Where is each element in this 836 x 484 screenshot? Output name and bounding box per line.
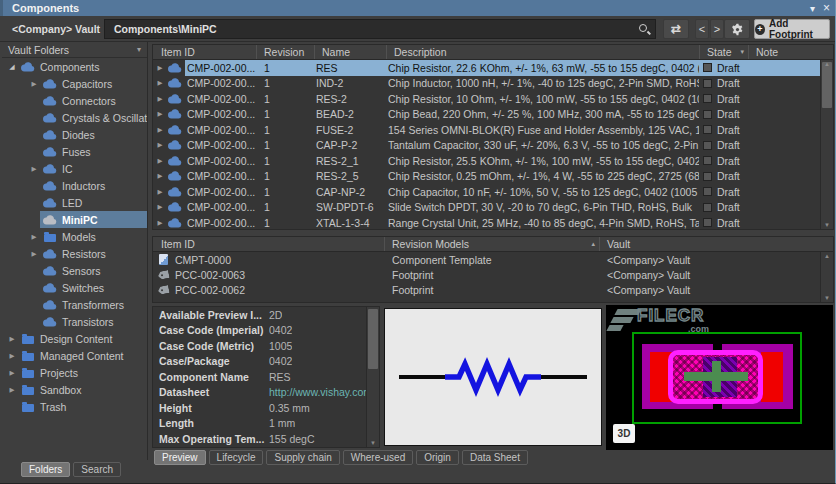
properties-scrollbar[interactable]: ▼ [366,307,379,447]
sidebar-item-minipc[interactable]: MiniPC [2,211,147,228]
refresh-button[interactable]: ⇄ [663,19,689,39]
expand-collapsed-icon[interactable]: ▶ [155,157,165,165]
scrollbar-thumb[interactable] [368,309,378,369]
state-checkbox[interactable] [703,125,712,134]
sidebar-item-transistors[interactable]: Transistors [2,313,147,330]
state-checkbox[interactable] [703,172,712,181]
state-checkbox[interactable] [703,187,712,196]
table-row[interactable]: ▶CMP-002-00...1FUSE-2154 Series OMNI-BLO… [153,122,833,138]
table-row[interactable]: PCC-002-0063Footprint<Company> Vault [153,267,833,282]
tab-where-used[interactable]: Where-used [343,450,413,465]
expand-collapsed-icon[interactable]: ▶ [28,233,40,241]
sidebar-item-diodes[interactable]: Diodes [2,126,147,143]
column-header-note[interactable]: Note [748,45,833,59]
expand-collapsed-icon[interactable]: ▶ [155,64,165,72]
expand-collapsed-icon[interactable]: ▶ [155,219,165,227]
state-checkbox[interactable] [703,141,712,150]
table-row[interactable]: ▶CMP-002-00...1RES-2_5Chip Resistor, 0.2… [153,169,833,185]
sidebar-item-connectors[interactable]: Connectors [2,92,147,109]
state-checkbox[interactable] [703,79,712,88]
tab-data-sheet[interactable]: Data Sheet [462,450,528,465]
table-row[interactable]: ▶CMP-002-00...1IND-2Chip Inductor, 1000 … [153,76,833,92]
expand-collapsed-icon[interactable]: ▶ [28,250,40,258]
close-icon[interactable]: × [823,1,830,15]
expand-collapsed-icon[interactable]: ▶ [28,80,40,88]
state-checkbox[interactable] [703,63,712,72]
expand-collapsed-icon[interactable]: ▶ [6,369,18,377]
sidebar-item-managed-content[interactable]: ▶Managed Content [2,347,147,364]
expand-expanded-icon[interactable]: ◢ [6,63,18,71]
scroll-up-icon[interactable]: ▲ [821,253,833,259]
panel-titlebar[interactable]: Components ▾ × [0,0,836,16]
column-header-state[interactable]: State▾ [699,45,748,59]
expand-collapsed-icon[interactable]: ▶ [155,172,165,180]
column-header-name[interactable]: Name [314,45,386,59]
scrollbar-thumb[interactable] [822,62,832,108]
column-header-item-id[interactable]: Item ID [153,237,384,251]
table-row[interactable]: ▶CMP-002-00...1RESChip Resistor, 22.6 KO… [153,60,833,76]
sidebar-item-transformers[interactable]: Transformers [2,296,147,313]
sidebar-item-design-content[interactable]: ▶Design Content [2,330,147,347]
expand-collapsed-icon[interactable]: ▶ [28,165,40,173]
scroll-down-icon[interactable]: ▼ [821,222,833,228]
sidebar-item-inductors[interactable]: Inductors [2,177,147,194]
models-table-scrollbar[interactable]: ▲ ▼ [820,252,833,302]
expand-collapsed-icon[interactable]: ▶ [6,335,18,343]
state-checkbox[interactable] [703,94,712,103]
forward-button[interactable]: > [710,19,724,39]
expand-collapsed-icon[interactable]: ▶ [155,188,165,196]
vault-folders-header[interactable]: Vault Folders ▾ [2,42,147,58]
sidebar-item-ic[interactable]: ▶IC [2,160,147,177]
sidebar-item-led[interactable]: LED [2,194,147,211]
sidebar-item-fuses[interactable]: Fuses [2,143,147,160]
scroll-up-icon[interactable]: ▲ [821,61,833,67]
symbol-preview[interactable] [384,308,602,446]
expand-collapsed-icon[interactable]: ▶ [6,352,18,360]
tab-preview[interactable]: Preview [154,450,206,465]
tab-supply-chain[interactable]: Supply chain [266,450,339,465]
datasheet-link[interactable]: http://www.vishay.com, [269,386,375,398]
sidebar-item-sandbox[interactable]: ▶Sandbox [2,381,147,398]
scroll-down-icon[interactable]: ▼ [821,295,833,301]
vault-selector-dropdown[interactable]: <Company> Vault ▾ [6,19,115,39]
table-row[interactable]: ▶CMP-002-00...1RES-2_1Chip Resistor, 25.… [153,153,833,169]
scroll-down-icon[interactable]: ▼ [367,440,379,446]
sidebar-item-sensors[interactable]: Sensors [2,262,147,279]
state-checkbox[interactable] [703,110,712,119]
tab-search[interactable]: Search [73,462,121,477]
search-icon[interactable] [639,24,647,32]
expand-collapsed-icon[interactable]: ▶ [6,386,18,394]
back-button[interactable]: < [695,19,709,39]
state-checkbox[interactable] [703,203,712,212]
column-header-description[interactable]: Description [386,45,699,59]
sidebar-item-crystals-oscillators[interactable]: Crystals & Oscillators [2,109,147,126]
column-header-revision-models[interactable]: Revision Models▴ [384,237,599,251]
sidebar-item-models[interactable]: ▶Models [2,228,147,245]
sidebar-item-components[interactable]: ◢Components [2,58,147,75]
expand-collapsed-icon[interactable]: ▶ [155,95,165,103]
table-row[interactable]: ▶CMP-002-00...1SW-DPDT-6Slide Switch DPD… [153,200,833,216]
state-checkbox[interactable] [703,156,712,165]
expand-collapsed-icon[interactable]: ▶ [155,110,165,118]
table-row[interactable]: PCC-002-0062Footprint<Company> Vault [153,282,833,297]
table-row[interactable]: ▶CMP-002-00...1CAP-P-2Tantalum Capacitor… [153,138,833,154]
footprint-preview[interactable]: FILECR .com 3D [606,305,833,450]
expand-collapsed-icon[interactable]: ▶ [155,203,165,211]
settings-button[interactable] [724,19,750,39]
expand-collapsed-icon[interactable]: ▶ [155,126,165,134]
expand-collapsed-icon[interactable]: ▶ [155,141,165,149]
column-header-revision[interactable]: Revision [256,45,314,59]
sidebar-item-switches[interactable]: Switches [2,279,147,296]
breadcrumb-input[interactable]: Components\MiniPC [104,19,656,39]
column-header-item-id[interactable]: Item ID [153,45,256,59]
table-row[interactable]: ▶CMP-002-00...1BEAD-2Chip Bead, 220 Ohm,… [153,107,833,123]
sidebar-item-trash[interactable]: Trash [2,398,147,415]
components-table-scrollbar[interactable]: ▲ ▼ [820,60,833,229]
state-checkbox[interactable] [703,218,712,227]
sidebar-item-projects[interactable]: ▶Projects [2,364,147,381]
add-footprint-button[interactable]: + Add Footprint [754,19,830,39]
table-row[interactable]: ▶CMP-002-00...1CAP-NP-2Chip Capacitor, 1… [153,184,833,200]
table-row[interactable]: CMPT-0000Component Template<Company> Vau… [153,252,833,267]
table-row[interactable]: ▶CMP-002-00...1RES-2Chip Resistor, 10 Oh… [153,91,833,107]
table-row[interactable]: ▶CMP-002-00...1XTAL-1-3-4Range Crystal U… [153,215,833,231]
